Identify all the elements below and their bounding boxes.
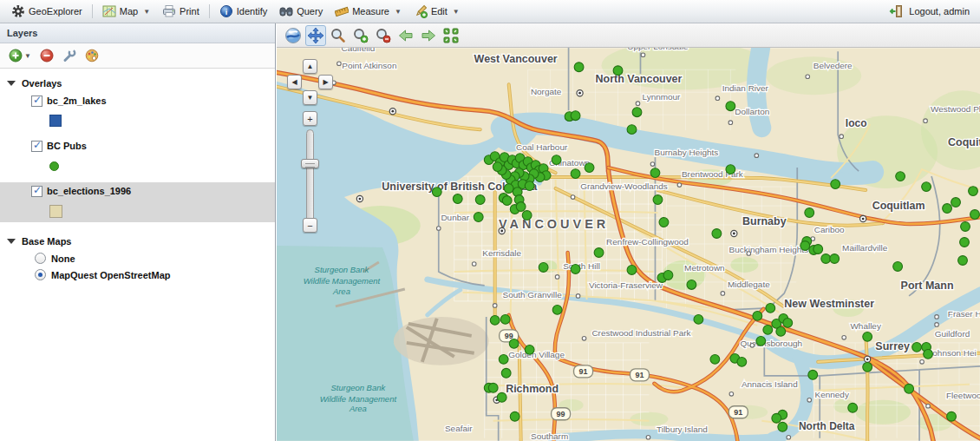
pub-dot bbox=[574, 63, 584, 72]
pan-up-button[interactable]: ▲ bbox=[303, 59, 317, 74]
place-marker bbox=[715, 96, 720, 101]
layer-checkbox[interactable]: ✓ bbox=[31, 95, 42, 107]
layers-panel-header: Layers bbox=[0, 23, 275, 43]
map-viewport[interactable]: CaulfeildPoint AtkinsonWest VancouverUpp… bbox=[277, 48, 980, 441]
map-place-label: South Hill bbox=[563, 261, 600, 271]
toolbar-separator bbox=[92, 4, 93, 18]
info-icon: i bbox=[219, 4, 233, 18]
printer-icon bbox=[162, 4, 176, 18]
print-button[interactable]: Print bbox=[156, 3, 206, 20]
map-place-label: Wildlife Management bbox=[304, 276, 381, 286]
max-extent-button[interactable] bbox=[441, 25, 461, 46]
zoom-in-map-button[interactable]: + bbox=[303, 111, 317, 126]
map-place-label: Grandview-Woodlands bbox=[580, 181, 668, 191]
place-marker bbox=[356, 195, 363, 201]
measure-menu-button[interactable]: Measure ▼ bbox=[329, 3, 408, 20]
zoom-out-map-button[interactable]: − bbox=[303, 218, 317, 233]
map-place-label: Point Atkinson bbox=[342, 61, 396, 70]
pub-dot bbox=[712, 229, 722, 239]
pub-dot bbox=[522, 211, 532, 220]
place-marker bbox=[472, 262, 476, 267]
edit-label: Edit bbox=[431, 6, 448, 16]
radio-selected-icon[interactable] bbox=[35, 269, 46, 280]
previous-extent-button[interactable] bbox=[395, 25, 416, 46]
place-marker bbox=[636, 102, 640, 106]
pub-dot bbox=[663, 271, 673, 280]
layer-checkbox[interactable]: ✓ bbox=[31, 141, 42, 152]
place-marker bbox=[935, 323, 939, 327]
pan-down-button[interactable]: ▼ bbox=[303, 90, 317, 105]
selected-layer-band: ✓ bc_elections_1996 bbox=[0, 182, 275, 222]
base-maps-section[interactable]: Base Maps bbox=[0, 233, 275, 250]
gear-icon bbox=[11, 4, 25, 18]
place-marker bbox=[729, 392, 734, 396]
map-toolbar bbox=[277, 23, 980, 48]
basemap-label: MapQuest OpenStreetMap bbox=[51, 270, 171, 280]
pub-dot bbox=[970, 210, 980, 220]
place-marker bbox=[571, 195, 575, 200]
basemap-row-mapquest[interactable]: MapQuest OpenStreetMap bbox=[0, 267, 275, 283]
pub-dot bbox=[710, 354, 720, 364]
pub-dot bbox=[772, 413, 781, 423]
zoom-box-button[interactable] bbox=[328, 25, 349, 46]
pub-dot bbox=[863, 332, 872, 341]
pub-dot bbox=[474, 213, 483, 222]
blue-square-swatch bbox=[49, 115, 62, 127]
map-place-label: Middlegate bbox=[728, 280, 770, 289]
pub-dot bbox=[893, 262, 903, 272]
layer-properties-button[interactable] bbox=[62, 49, 76, 63]
zoom-in-button[interactable] bbox=[350, 25, 371, 46]
map-place-label: Westwood Pl bbox=[931, 104, 980, 114]
highway-shield: 91 bbox=[630, 369, 649, 381]
pub-dot bbox=[943, 204, 952, 214]
next-extent-button[interactable] bbox=[418, 25, 439, 46]
map-place-label: Kennedy bbox=[815, 390, 849, 399]
print-label: Print bbox=[180, 6, 199, 16]
svg-text:99: 99 bbox=[557, 410, 565, 418]
overlays-section[interactable]: Overlays bbox=[0, 75, 275, 92]
pub-dot bbox=[969, 187, 978, 196]
map-place-label: Area bbox=[332, 286, 350, 296]
basemap-row-none[interactable]: None bbox=[0, 250, 275, 267]
tan-square-swatch bbox=[49, 205, 62, 218]
map-place-label: Sturgeon Bank bbox=[331, 383, 387, 392]
pub-dot bbox=[726, 102, 735, 111]
layer-row-bc-2m-lakes[interactable]: ✓ bc_2m_lakes bbox=[0, 92, 275, 109]
zoom-slider-track[interactable] bbox=[306, 129, 314, 223]
pub-dot bbox=[453, 194, 462, 204]
layer-checkbox[interactable]: ✓ bbox=[31, 186, 42, 197]
zoom-slider-handle[interactable] bbox=[301, 159, 319, 168]
layer-row-bc-pubs[interactable]: ✓ BC Pubs bbox=[0, 137, 275, 155]
remove-layer-button[interactable] bbox=[40, 49, 54, 63]
place-marker bbox=[755, 154, 759, 158]
google-earth-button[interactable] bbox=[283, 25, 304, 46]
place-marker bbox=[677, 183, 682, 188]
edit-styles-button[interactable] bbox=[85, 49, 99, 63]
pan-right-button[interactable]: ▶ bbox=[318, 75, 333, 89]
basemap-label: None bbox=[51, 253, 75, 264]
logout-button[interactable]: Logout, admin bbox=[907, 4, 971, 18]
pub-dot bbox=[525, 345, 534, 354]
pub-dot bbox=[552, 155, 561, 165]
layer-row-bc-elections-1996[interactable]: ✓ bc_elections_1996 bbox=[0, 182, 275, 200]
app-logo-item[interactable]: GeoExplorer bbox=[5, 3, 88, 20]
pub-dot bbox=[585, 163, 594, 173]
map-menu-button[interactable]: Map ▼ bbox=[96, 3, 156, 20]
edit-menu-button[interactable]: Edit ▼ bbox=[408, 3, 466, 20]
map-area: CaulfeildPoint AtkinsonWest VancouverUpp… bbox=[277, 23, 980, 441]
identify-button[interactable]: i Identify bbox=[213, 3, 273, 20]
map-place-label: Surrey bbox=[875, 340, 910, 352]
pan-tool-button[interactable] bbox=[305, 25, 326, 46]
zoom-out-button[interactable] bbox=[373, 25, 394, 46]
map-place-label: Buckingham Heights bbox=[729, 245, 808, 254]
map-canvas[interactable]: CaulfeildPoint AtkinsonWest VancouverUpp… bbox=[277, 48, 980, 441]
query-button[interactable]: Query bbox=[273, 3, 329, 20]
pan-left-button[interactable]: ◀ bbox=[287, 75, 302, 89]
pub-dot bbox=[763, 325, 773, 334]
pencil-icon bbox=[414, 4, 428, 18]
place-marker bbox=[926, 404, 931, 408]
pub-dot bbox=[509, 339, 519, 348]
add-layer-button[interactable]: ▼ bbox=[9, 49, 31, 63]
pub-dot bbox=[896, 172, 905, 181]
radio-icon[interactable] bbox=[35, 253, 46, 264]
